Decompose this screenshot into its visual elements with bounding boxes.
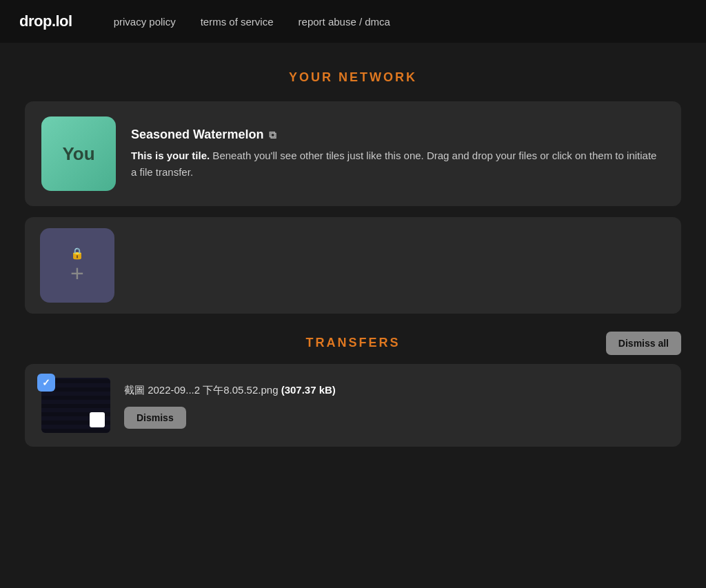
tile-desc-rest: Beneath you'll see other tiles just like…	[131, 150, 656, 177]
dismiss-all-button[interactable]: Dismiss all	[606, 332, 681, 355]
tile-username: Seasoned Watermelon	[131, 128, 263, 142]
navbar: drop.lol privacy policy terms of service…	[0, 0, 706, 43]
your-network-title: YOUR NETWORK	[25, 70, 681, 85]
transfer-filename: 截圖 2022-09...2 下午8.05.52.png (307.37 kB)	[124, 383, 665, 397]
check-badge: ✓	[37, 374, 55, 392]
transfers-title: TRANSFERS	[305, 336, 400, 350]
site-logo[interactable]: drop.lol	[19, 12, 72, 30]
tile-info: Seasoned Watermelon ⧉ This is your tile.…	[131, 128, 665, 180]
dismiss-button[interactable]: Dismiss	[124, 407, 186, 429]
your-tile-card: You Seasoned Watermelon ⧉ This is your t…	[25, 101, 681, 206]
edit-name-icon[interactable]: ⧉	[269, 129, 276, 141]
filename-text: 截圖 2022-09...2 下午8.05.52.png	[124, 384, 278, 396]
file-size: (307.37 kB)	[281, 384, 336, 396]
nav-link-report[interactable]: report abuse / dmca	[299, 16, 390, 28]
transfer-info: 截圖 2022-09...2 下午8.05.52.png (307.37 kB)…	[124, 383, 665, 429]
add-peer-card: 🔒 +	[25, 217, 681, 314]
tile-description: This is your tile. Beneath you'll see ot…	[131, 148, 665, 180]
tile-desc-bold: This is your tile.	[131, 150, 210, 161]
nav-link-terms[interactable]: terms of service	[201, 16, 274, 28]
avatar: You	[41, 116, 116, 191]
plus-icon: +	[70, 261, 84, 285]
main-content: YOUR NETWORK You Seasoned Watermelon ⧉ T…	[0, 43, 706, 474]
transfers-header: TRANSFERS Dismiss all	[25, 336, 681, 350]
lock-icon: 🔒	[70, 247, 84, 260]
transfer-thumbnail-wrap: ✓	[41, 378, 110, 433]
add-peer-tile[interactable]: 🔒 +	[40, 228, 114, 303]
transfer-item-card: ✓ 截圖 2022-09...2 下午8.05.52.png (307.37 k…	[25, 364, 681, 447]
tile-name-row: Seasoned Watermelon ⧉	[131, 128, 665, 142]
nav-link-privacy[interactable]: privacy policy	[114, 16, 176, 28]
your-tile: You Seasoned Watermelon ⧉ This is your t…	[41, 116, 665, 191]
